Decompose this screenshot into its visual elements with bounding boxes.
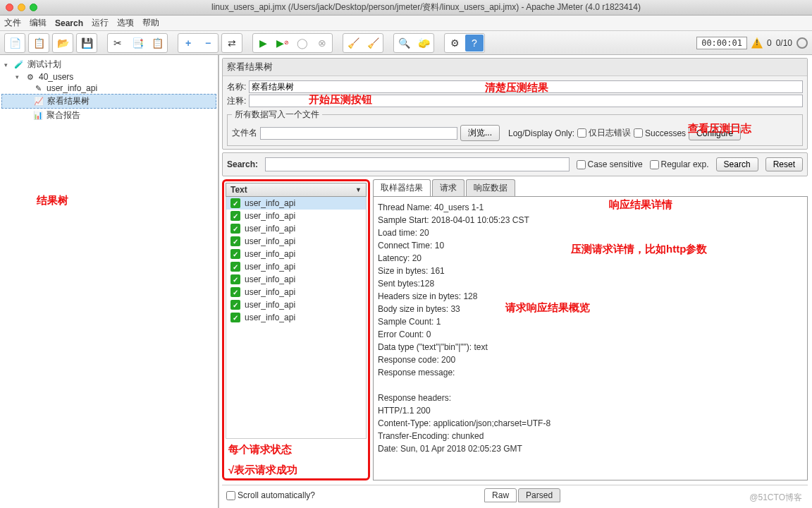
clear-all-icon[interactable]: 🧹 bbox=[364, 35, 382, 52]
sample-item[interactable]: ✓user_info_api bbox=[226, 260, 366, 273]
renderer-combo[interactable]: Text▼ bbox=[226, 183, 367, 197]
testplan-icon: 🧪 bbox=[13, 60, 25, 70]
detail-panel: 取样器结果 请求 响应数据 Thread Name: 40_users 1-1 … bbox=[373, 179, 808, 480]
search-input[interactable] bbox=[265, 157, 569, 171]
activity-indicator-icon bbox=[796, 37, 808, 49]
bottom-tab-raw[interactable]: Raw bbox=[484, 488, 517, 502]
sample-item[interactable]: ✓user_info_api bbox=[226, 311, 366, 324]
tab-sampler-result[interactable]: 取样器结果 bbox=[373, 179, 431, 196]
sample-label: user_info_api bbox=[245, 300, 295, 310]
reset-button[interactable]: Reset bbox=[765, 157, 803, 171]
sample-label: user_info_api bbox=[245, 262, 295, 272]
configure-button[interactable]: Configure bbox=[689, 126, 741, 140]
sampler-list-panel: Text▼ ✓user_info_api✓user_info_api✓user_… bbox=[222, 179, 370, 480]
success-icon: ✓ bbox=[230, 224, 240, 234]
sample-item[interactable]: ✓user_info_api bbox=[226, 273, 366, 286]
sample-item[interactable]: ✓user_info_api bbox=[226, 298, 366, 311]
expand-icon[interactable]: + bbox=[179, 35, 197, 52]
warning-icon[interactable]: ! bbox=[751, 37, 763, 49]
name-input[interactable] bbox=[249, 80, 803, 93]
success-icon: ✓ bbox=[230, 313, 240, 322]
close-icon[interactable] bbox=[6, 4, 13, 11]
search-panel: Search: Case sensitive Regular exp. Sear… bbox=[222, 152, 808, 176]
clear-icon[interactable]: 🧹 bbox=[344, 35, 362, 52]
menu-run[interactable]: 运行 bbox=[92, 17, 109, 29]
error-count: 0 bbox=[767, 38, 772, 48]
comment-input[interactable] bbox=[249, 95, 803, 107]
bottom-bar: Scroll automatically? Raw Parsed bbox=[222, 485, 808, 505]
sample-item[interactable]: ✓user_info_api bbox=[226, 286, 366, 298]
menu-help[interactable]: 帮助 bbox=[142, 17, 159, 29]
copy-icon[interactable]: 📑 bbox=[128, 35, 147, 52]
sample-item[interactable]: ✓user_info_api bbox=[226, 248, 366, 260]
menu-options[interactable]: 选项 bbox=[117, 17, 134, 29]
watermark: @51CTO博客 bbox=[749, 492, 802, 504]
tree-sampler[interactable]: ✎user_info_api bbox=[1, 83, 216, 94]
sample-item[interactable]: ✓user_info_api bbox=[226, 222, 366, 235]
errors-only-checkbox[interactable]: 仅日志错误 bbox=[577, 127, 631, 139]
new-icon[interactable]: 📄 bbox=[6, 35, 24, 52]
cut-icon[interactable]: ✂ bbox=[109, 35, 127, 52]
open-icon[interactable]: 📂 bbox=[54, 35, 72, 52]
success-icon: ✓ bbox=[230, 300, 240, 310]
window-title: linux_users_api.jmx (/Users/jack/Desktop… bbox=[46, 1, 806, 13]
reset-search-icon[interactable]: 🧽 bbox=[414, 35, 433, 52]
traffic-lights[interactable] bbox=[6, 4, 37, 11]
file-legend: 所有数据写入一个文件 bbox=[232, 109, 322, 121]
menu-file[interactable]: 文件 bbox=[4, 17, 21, 29]
chevron-down-icon: ▼ bbox=[355, 186, 362, 193]
success-icon: ✓ bbox=[230, 211, 240, 221]
collapse-icon[interactable]: − bbox=[199, 35, 217, 52]
report-icon: 📊 bbox=[32, 111, 44, 121]
toolbar-stats: 00:00:01 ! 0 0/10 bbox=[696, 37, 808, 49]
sample-item[interactable]: ✓user_info_api bbox=[226, 210, 366, 222]
successes-checkbox[interactable]: Successes bbox=[634, 128, 686, 138]
tree-results-tree[interactable]: 📈察看结果树 bbox=[1, 94, 216, 109]
case-sensitive-checkbox[interactable]: Case sensitive bbox=[577, 159, 643, 169]
success-icon: ✓ bbox=[230, 236, 240, 246]
menu-search[interactable]: Search bbox=[55, 18, 83, 28]
maximize-icon[interactable] bbox=[30, 4, 37, 11]
browse-button[interactable]: 浏览... bbox=[460, 125, 500, 141]
search-button[interactable]: Search bbox=[716, 157, 758, 171]
start-no-timers-icon[interactable]: ▶⊘ bbox=[273, 35, 292, 52]
sample-item[interactable]: ✓user_info_api bbox=[226, 235, 366, 248]
stop-icon[interactable]: ◯ bbox=[293, 35, 312, 52]
menu-edit[interactable]: 编辑 bbox=[30, 17, 47, 29]
search-tree-icon[interactable]: 🔍 bbox=[395, 35, 413, 52]
tab-request[interactable]: 请求 bbox=[432, 179, 465, 196]
shutdown-icon[interactable]: ⊗ bbox=[313, 35, 331, 52]
detail-text[interactable]: Thread Name: 40_users 1-1 Sample Start: … bbox=[373, 197, 808, 480]
paste-icon[interactable]: 📋 bbox=[148, 35, 166, 52]
sampler-icon: ✎ bbox=[32, 83, 44, 93]
filename-input[interactable] bbox=[260, 127, 457, 140]
annotation-request-status: 每个请求状态 bbox=[228, 443, 364, 456]
name-label: 名称: bbox=[227, 81, 246, 93]
scroll-auto-checkbox[interactable]: Scroll automatically? bbox=[226, 490, 315, 500]
save-icon[interactable]: 💾 bbox=[78, 35, 96, 52]
search-label: Search: bbox=[227, 159, 258, 169]
tab-response[interactable]: 响应数据 bbox=[466, 179, 515, 196]
success-icon: ✓ bbox=[230, 198, 240, 208]
sample-label: user_info_api bbox=[245, 224, 295, 234]
success-icon: ✓ bbox=[230, 274, 240, 284]
tree-threadgroup[interactable]: ▾⚙40_users bbox=[1, 71, 216, 83]
test-plan-tree[interactable]: ▾🧪测试计划 ▾⚙40_users ✎user_info_api 📈察看结果树 … bbox=[0, 55, 219, 508]
sample-label: user_info_api bbox=[245, 287, 295, 297]
sample-list[interactable]: ✓user_info_api✓user_info_api✓user_info_a… bbox=[226, 197, 367, 439]
sample-item[interactable]: ✓user_info_api bbox=[226, 197, 366, 210]
start-icon[interactable]: ▶ bbox=[254, 35, 272, 52]
function-helper-icon[interactable]: ⚙ bbox=[445, 35, 464, 52]
help-icon[interactable]: ? bbox=[465, 35, 484, 52]
templates-icon[interactable]: 📋 bbox=[30, 35, 48, 52]
tree-aggregate[interactable]: 📊聚合报告 bbox=[1, 109, 216, 122]
toggle-icon[interactable]: ⇄ bbox=[223, 35, 241, 52]
toolbar: 📄 📋 📂 💾 ✂📑📋 +− ⇄ ▶▶⊘◯⊗ 🧹🧹 🔍🧽 ⚙? 00:00:01… bbox=[0, 31, 812, 55]
tree-root[interactable]: ▾🧪测试计划 bbox=[1, 58, 216, 71]
minimize-icon[interactable] bbox=[18, 4, 25, 11]
regex-checkbox[interactable]: Regular exp. bbox=[650, 159, 709, 169]
menubar: 文件 编辑 Search 运行 选项 帮助 bbox=[0, 16, 812, 31]
bottom-tab-parsed[interactable]: Parsed bbox=[518, 488, 560, 502]
config-panel: 察看结果树 名称: 注释: 所有数据写入一个文件 文件名 浏览... Log/D… bbox=[222, 58, 808, 150]
threadgroup-icon: ⚙ bbox=[25, 72, 36, 82]
